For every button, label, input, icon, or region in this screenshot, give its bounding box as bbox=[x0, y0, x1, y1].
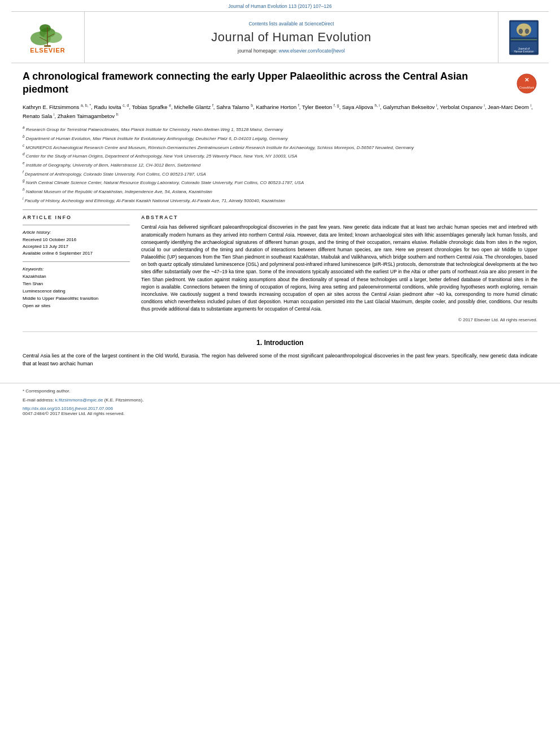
page-wrapper: Journal of Human Evolution 113 (2017) 10… bbox=[0, 0, 560, 422]
svg-point-3 bbox=[40, 24, 51, 32]
journal-homepage-line: journal homepage: www.elsevier.com/locat… bbox=[238, 48, 345, 54]
journal-citation-line: Journal of Human Evolution 113 (2017) 10… bbox=[0, 0, 560, 11]
abstract-column: ABSTRACT Central Asia has delivered sign… bbox=[141, 215, 537, 322]
elsevier-brand-text: ELSEVIER bbox=[30, 47, 65, 54]
affiliation-b: b Department of Human Evolution, Max Pla… bbox=[23, 134, 537, 142]
corresponding-label: * Corresponding author. bbox=[23, 388, 71, 394]
article-info-column: ARTICLE INFO Article history: Received 1… bbox=[23, 215, 130, 322]
copyright-line: © 2017 Elsevier Ltd. All rights reserved… bbox=[141, 317, 537, 322]
abstract-text: Central Asia has delivered significant p… bbox=[141, 224, 537, 313]
affiliation-e: e Institute of Geography, University of … bbox=[23, 160, 537, 169]
affiliation-i: i Faculty of History, Archeology and Eth… bbox=[23, 196, 537, 204]
email-address[interactable]: k.fitzsimmons@mpic.de bbox=[55, 397, 103, 403]
crossmark-badge[interactable]: ✕ CrossMark bbox=[516, 73, 537, 94]
article-content: A chronological framework connecting the… bbox=[0, 63, 560, 374]
keyword-5: Open air sites bbox=[23, 303, 130, 310]
elsevier-logo-area: ELSEVIER bbox=[11, 12, 85, 63]
article-info-divider bbox=[23, 225, 130, 225]
svg-point-2 bbox=[44, 32, 62, 43]
affiliation-f: f Department of Anthropology, Colorado S… bbox=[23, 169, 537, 178]
page-footer: * Corresponding author. E-mail address: … bbox=[0, 383, 560, 422]
introduction-text: Central Asia lies at the core of the lar… bbox=[23, 352, 537, 368]
history-label: Article history: bbox=[23, 230, 130, 235]
keyword-3: Luminescence dating bbox=[23, 288, 130, 295]
svg-text:Journal of: Journal of bbox=[518, 47, 530, 50]
article-title: A chronological framework connecting the… bbox=[23, 70, 516, 97]
affiliation-a: a Research Group for Terrestrial Palaeoc… bbox=[23, 125, 537, 133]
sciencedirect-link[interactable]: ScienceDirect bbox=[304, 21, 334, 27]
keyword-2: Tien Shan bbox=[23, 281, 130, 288]
keywords-divider bbox=[23, 261, 130, 262]
contents-available-line: Contents lists available at ScienceDirec… bbox=[248, 21, 334, 27]
svg-point-10 bbox=[517, 23, 531, 36]
elsevier-plant-icon bbox=[29, 21, 66, 47]
accepted-date: Accepted 13 July 2017 bbox=[23, 243, 130, 250]
introduction-heading: 1. Introduction bbox=[23, 339, 537, 347]
email-label: E-mail address: bbox=[23, 397, 54, 403]
svg-text:CrossMark: CrossMark bbox=[519, 86, 535, 89]
email-name: (K.E. Fitzsimmons). bbox=[104, 397, 144, 403]
two-column-section: ARTICLE INFO Article history: Received 1… bbox=[23, 215, 537, 322]
affiliations-section: a Research Group for Terrestrial Palaeoc… bbox=[23, 125, 537, 204]
journal-citation-text: Journal of Human Evolution 113 (2017) 10… bbox=[228, 3, 331, 9]
article-info-label: ARTICLE INFO bbox=[23, 215, 130, 220]
affiliation-h: h National Museum of the Republic of Kaz… bbox=[23, 187, 537, 195]
svg-text:Human Evolution: Human Evolution bbox=[514, 50, 534, 53]
authors-section: Kathryn E. Fitzsimmons a, b, *, Radu Iov… bbox=[23, 102, 537, 121]
journal-title: Journal of Human Evolution bbox=[211, 30, 371, 45]
abstract-label: ABSTRACT bbox=[141, 215, 537, 220]
issn-line: 0047-2484/© 2017 Elsevier Ltd. All right… bbox=[23, 411, 537, 416]
keywords-section: Keywords: Kazakhstan Tien Shan Luminesce… bbox=[23, 267, 130, 309]
journal-header: ELSEVIER Contents lists available at Sci… bbox=[11, 11, 549, 63]
svg-rect-13 bbox=[510, 39, 536, 40]
email-note: E-mail address: k.fitzsimmons@mpic.de (K… bbox=[23, 397, 537, 404]
journal-logo-right: Journal of Human Evolution bbox=[498, 12, 549, 63]
homepage-label: journal homepage: bbox=[238, 48, 277, 54]
contents-label: Contents lists available at bbox=[248, 21, 303, 27]
keywords-label: Keywords: bbox=[23, 267, 130, 272]
homepage-url[interactable]: www.elsevier.com/locate/jhevol bbox=[279, 48, 345, 54]
received-date: Received 10 October 2016 bbox=[23, 237, 130, 243]
svg-text:✕: ✕ bbox=[524, 77, 529, 83]
journal-header-center: Contents lists available at ScienceDirec… bbox=[85, 12, 498, 63]
keyword-1: Kazakhstan bbox=[23, 273, 130, 281]
article-title-section: A chronological framework connecting the… bbox=[23, 70, 537, 97]
article-history: Article history: Received 10 October 201… bbox=[23, 230, 130, 257]
affiliation-d: d Center for the Study of Human Origins,… bbox=[23, 151, 537, 160]
affiliation-c: c MONREPOS Archaeological Research Centr… bbox=[23, 143, 537, 151]
svg-point-11 bbox=[518, 28, 522, 33]
keyword-4: Middle to Upper Palaeolithic transition bbox=[23, 295, 130, 303]
corresponding-author-note: * Corresponding author. bbox=[23, 388, 537, 395]
journal-cover-icon: Journal of Human Evolution bbox=[507, 19, 541, 56]
affiliation-g: g North Central Climate Science Center, … bbox=[23, 178, 537, 186]
svg-point-12 bbox=[524, 28, 528, 33]
doi-link[interactable]: http://dx.doi.org/10.1016/j.jhevol.2017.… bbox=[23, 406, 537, 411]
available-date: Available online 6 September 2017 bbox=[23, 250, 130, 257]
introduction-section: 1. Introduction Central Asia lies at the… bbox=[23, 331, 537, 368]
section-divider-1 bbox=[23, 209, 537, 210]
